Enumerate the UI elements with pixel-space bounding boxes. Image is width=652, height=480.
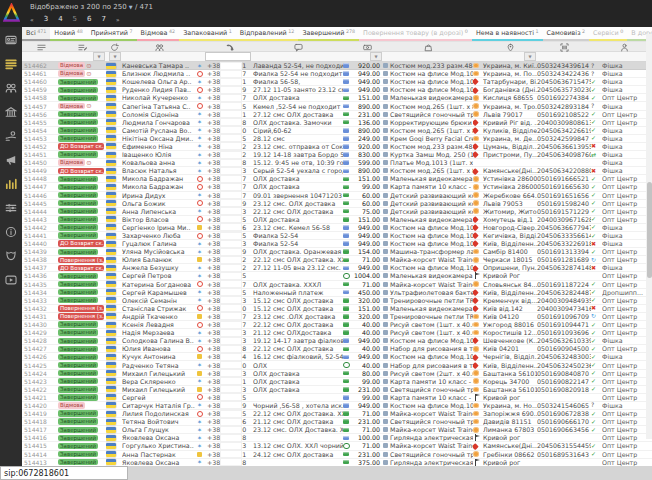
pagination-range-label[interactable]: Відображено з 200 по 250 ▼ / 471 [30,3,153,11]
phone-cell[interactable]: +383 [207,385,253,393]
phone-cell[interactable]: +383 [207,369,253,377]
phone-cell[interactable]: +387 [207,191,253,199]
tab-item[interactable]: Відправлений12 [236,27,299,41]
status-badge: Завершений [58,87,98,93]
phone-cell[interactable]: +387 [207,175,253,183]
phone-cell[interactable]: +388 [207,118,253,126]
phone-cell[interactable]: +382 [207,264,253,272]
source-cell: ✶ [197,329,207,337]
settings-icon[interactable] [5,202,17,214]
tab-item[interactable]: Повернення товару (в дорозі)0 [359,27,472,41]
video-icon[interactable] [5,274,17,286]
flag-filter-dropdown[interactable]: ▼ [109,52,121,61]
phone-cell[interactable]: +385 [207,410,253,418]
tab-item[interactable]: Завершений278 [298,27,359,41]
phone-cell[interactable]: +383 [207,329,253,337]
scrollbar-thumb[interactable] [647,182,652,278]
phone-cell[interactable]: +382 [207,142,253,150]
info-icon[interactable] [5,226,17,238]
dest-column-header[interactable] [483,42,537,52]
phone-cell[interactable]: +383 [207,207,253,215]
phone-cell[interactable]: +384 [207,353,253,361]
status-column-header[interactable] [58,42,106,52]
phone-cell[interactable]: +387 [207,70,253,78]
status-filter-dropdown[interactable]: ▼ [93,52,105,61]
pager-first-icon[interactable]: « [30,16,34,23]
id-card-icon[interactable] [5,34,17,46]
phone-column-header[interactable] [207,42,253,52]
phone-cell[interactable]: +387 [207,312,253,320]
phone-cell[interactable]: +387 [207,321,253,329]
phone-cell[interactable]: +381 [207,78,253,86]
phone-cell[interactable]: +382 [207,151,253,159]
phone-cell[interactable]: +388 [207,458,253,466]
phone-cell[interactable]: +381 [207,450,253,458]
flag-column-header[interactable] [106,42,122,52]
phone-cell[interactable]: +388 [207,159,253,167]
pager-page[interactable]: 3 [44,15,48,23]
phone-cell[interactable]: +383 [207,240,253,248]
phone-cell[interactable]: +389 [207,401,253,409]
phone-cell[interactable]: +381 [207,62,253,70]
phone-cell[interactable]: +388 [207,345,253,353]
client-column-header[interactable] [602,42,646,52]
price-filter-dropdown[interactable]: ▼ [370,52,382,61]
phone-cell[interactable]: +389 [207,248,253,256]
ttn-column-header[interactable] [537,42,591,52]
status-cell: Відмова⊙ [58,62,106,70]
product-column-header[interactable] [383,42,473,52]
phone-cell[interactable]: +381 [207,110,253,118]
phone-cell[interactable]: +380 [207,361,253,369]
phone-cell[interactable]: +385 [207,102,253,110]
orders-icon[interactable] [5,58,17,70]
phone-filter-input[interactable] [205,52,251,61]
phone-cell[interactable]: +385 [207,393,253,401]
phone-cell[interactable]: +385 [207,272,253,280]
phone-cell[interactable]: +381 [207,377,253,385]
id-column-header[interactable] [24,42,58,52]
price-column-header[interactable] [352,42,383,52]
product-box-icon [383,306,388,311]
phone-cell[interactable]: +385 [207,215,253,223]
comment-column-header[interactable] [253,42,343,52]
phone-cell[interactable]: +386 [207,223,253,231]
pager-last-icon[interactable]: » [116,16,120,23]
phone-cell[interactable]: +387 [207,183,253,191]
pager-page[interactable]: 5 [73,15,77,23]
phone-cell[interactable]: +389 [207,86,253,94]
phone-cell[interactable]: +383 [207,296,253,304]
dest-filter-dropdown[interactable]: ▼ [524,52,536,61]
masks-icon[interactable] [5,250,17,262]
phone-cell[interactable]: +382 [207,256,253,264]
phone-cell[interactable]: +388 [207,434,253,442]
pager-page[interactable]: 6 [87,15,91,23]
phone-cell[interactable]: +383 [207,167,253,175]
tstat-column-header[interactable] [591,42,602,52]
clients-icon[interactable] [5,82,17,94]
statistics-icon[interactable] [5,178,17,190]
phone-cell[interactable]: +387 [207,94,253,102]
phone-cell[interactable]: +380 [207,126,253,134]
payment-cell [343,288,352,296]
phone-cell[interactable]: +386 [207,418,253,426]
bank-icon[interactable] [5,106,17,118]
phone-cell[interactable]: +385 [207,231,253,239]
phone-cell[interactable]: +385 [207,288,253,296]
pay-column-header[interactable] [343,42,352,52]
vertical-scrollbar[interactable] [646,34,652,439]
payouts-icon[interactable] [5,130,17,142]
phone-cell[interactable]: +385 [207,134,253,142]
name-column-header[interactable] [122,42,197,52]
phone-cell[interactable]: +383 [207,442,253,450]
pager-page[interactable]: 7 [102,15,106,23]
phone-cell[interactable]: +389 [207,199,253,207]
product-box-icon [383,225,388,230]
phone-cell[interactable]: +383 [207,337,253,345]
announcements-icon[interactable] [5,154,17,166]
src-column-header[interactable] [197,42,207,52]
pager-page[interactable]: 4 [58,15,62,23]
desticon-column-header[interactable] [473,42,483,52]
phone-cell[interactable]: +380 [207,304,253,312]
phone-cell[interactable]: +380 [207,426,253,434]
phone-cell[interactable]: +387 [207,280,253,288]
